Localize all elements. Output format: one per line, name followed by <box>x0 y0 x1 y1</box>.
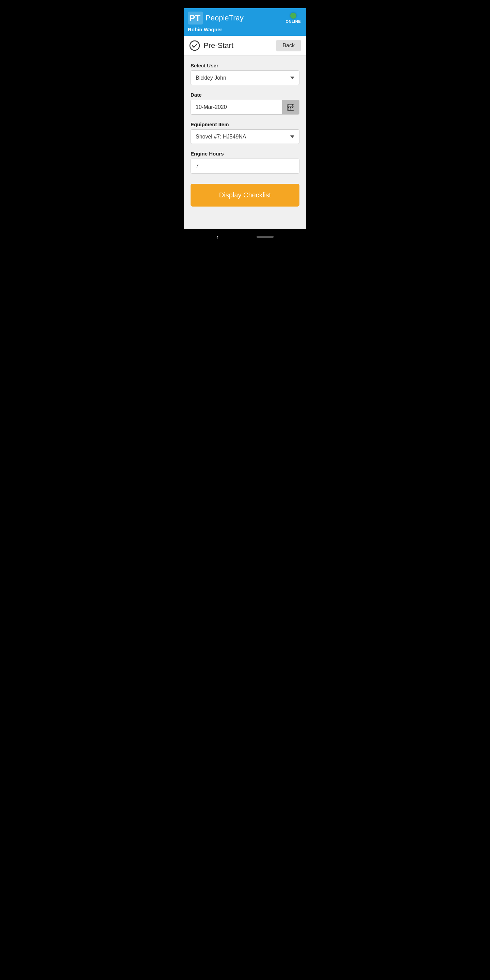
equipment-label: Equipment Item <box>191 121 299 127</box>
engine-hours-input[interactable] <box>191 159 299 173</box>
prestart-check-icon <box>189 40 200 51</box>
date-label: Date <box>191 92 299 98</box>
home-pill[interactable] <box>256 236 274 238</box>
user-name: Robin Wagner <box>188 27 301 32</box>
bottom-back-arrow[interactable]: ‹ <box>216 234 218 240</box>
date-input-wrapper <box>191 100 299 115</box>
page-title-bar: Pre-Start Back <box>184 36 306 56</box>
select-user-label: Select User <box>191 63 299 68</box>
equipment-dropdown[interactable]: Shovel #7: HJ549NA <box>191 129 299 144</box>
online-label: ONLINE <box>285 19 301 24</box>
main-content: Select User Bickley John Date <box>184 56 306 229</box>
online-area: ONLINE <box>285 13 301 24</box>
status-bar <box>184 0 306 8</box>
svg-rect-11 <box>290 108 291 110</box>
svg-rect-10 <box>288 108 289 110</box>
calendar-icon <box>287 104 294 111</box>
logo-area: PT PeopleTray <box>188 11 243 24</box>
back-button[interactable]: Back <box>276 40 301 51</box>
engine-hours-label: Engine Hours <box>191 151 299 156</box>
svg-rect-9 <box>292 107 293 108</box>
date-group: Date <box>191 92 299 115</box>
select-user-dropdown[interactable]: Bickley John <box>191 70 299 85</box>
display-checklist-button[interactable]: Display Checklist <box>191 184 299 207</box>
svg-rect-7 <box>288 107 289 108</box>
app-logo-icon: PT <box>188 11 203 24</box>
app-header: PT PeopleTray ONLINE Robin Wagner <box>184 8 306 36</box>
bottom-nav-bar: ‹ <box>184 229 306 245</box>
select-user-group: Select User Bickley John <box>191 63 299 85</box>
date-input[interactable] <box>191 100 282 115</box>
calendar-button[interactable] <box>282 100 299 115</box>
page-title: Pre-Start <box>204 41 234 50</box>
svg-text:PT: PT <box>189 13 200 23</box>
svg-point-2 <box>190 41 199 50</box>
page-title-left: Pre-Start <box>189 40 234 51</box>
engine-hours-group: Engine Hours <box>191 151 299 173</box>
online-indicator <box>290 13 296 19</box>
equipment-group: Equipment Item Shovel #7: HJ549NA <box>191 121 299 144</box>
app-name: PeopleTray <box>205 14 243 22</box>
svg-rect-8 <box>290 107 291 108</box>
